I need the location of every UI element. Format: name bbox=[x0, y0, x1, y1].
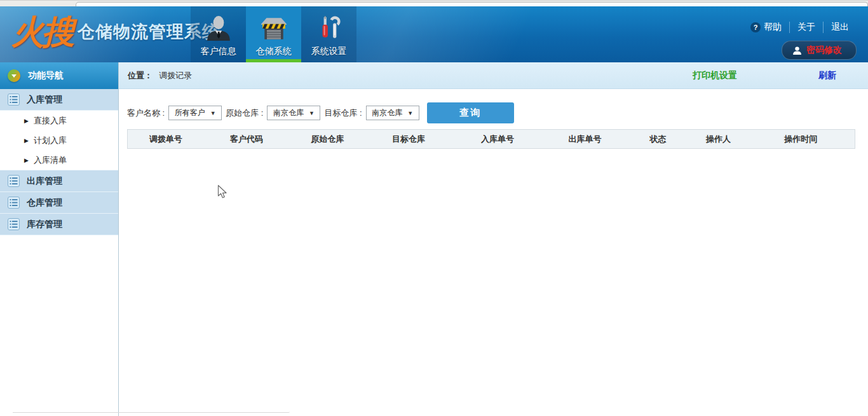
body-row: 功能导航 入库管理 ▶ 直接入库 bbox=[0, 62, 868, 416]
list-icon bbox=[8, 94, 20, 106]
list-icon bbox=[8, 175, 20, 187]
help-icon: ? bbox=[750, 22, 761, 32]
submenu-label: 直接入库 bbox=[34, 115, 67, 127]
source-warehouse-select-value: 南京仓库 bbox=[273, 107, 304, 118]
submenu-label: 计划入库 bbox=[34, 135, 67, 146]
tab-warehouse-system[interactable]: 仓储系统 bbox=[246, 6, 301, 62]
target-warehouse-select[interactable]: 南京仓库 ▼ bbox=[366, 106, 419, 120]
logout-label: 退出 bbox=[831, 22, 849, 33]
sidebar-item-inbound-list[interactable]: ▶ 入库清单 bbox=[0, 150, 118, 170]
sidebar-item-label: 仓库管理 bbox=[27, 197, 62, 209]
sidebar-item-label: 库存管理 bbox=[27, 219, 62, 230]
sidebar-header-label: 功能导航 bbox=[28, 70, 64, 81]
sidebar-item-warehouse-management[interactable]: 仓库管理 bbox=[0, 192, 118, 214]
filter-row: 客户名称 : 所有客户 ▼ 原始仓库 : 南京仓库 ▼ 目标仓库 : 南京仓库 … bbox=[127, 102, 868, 123]
person-icon bbox=[205, 15, 232, 42]
column-header-customer-code: 客户代码 bbox=[204, 130, 290, 149]
breadcrumb-label: 位置： bbox=[128, 70, 153, 81]
customer-filter-label: 客户名称 : bbox=[127, 107, 165, 119]
source-warehouse-filter-label: 原始仓库 : bbox=[226, 107, 263, 119]
app-logo: 火搜 仓储物流管理系统 bbox=[11, 15, 220, 48]
customer-select[interactable]: 所有客户 ▼ bbox=[168, 106, 222, 120]
about-label: 关于 bbox=[797, 22, 815, 33]
password-change-label: 密码修改 bbox=[806, 45, 842, 56]
collapse-circle-icon bbox=[8, 69, 20, 82]
target-warehouse-filter-label: 目标仓库 : bbox=[324, 107, 362, 119]
caret-down-icon: ▼ bbox=[210, 110, 216, 116]
search-button[interactable]: 查询 bbox=[427, 102, 514, 123]
sidebar-item-outbound-management[interactable]: 出库管理 bbox=[0, 170, 118, 192]
app-window: 火搜 仓储物流管理系统 客户信息 bbox=[0, 0, 868, 416]
transfer-records-table: 调拨单号 客户代码 原始仓库 目标仓库 入库单号 出库单号 状态 操作人 操作时… bbox=[127, 129, 855, 149]
sidebar-item-direct-inbound[interactable]: ▶ 直接入库 bbox=[0, 111, 118, 130]
tab-label: 系统设置 bbox=[311, 46, 347, 57]
tab-label: 仓储系统 bbox=[256, 46, 292, 57]
tab-customer-info[interactable]: 客户信息 bbox=[191, 6, 246, 62]
column-header-outbound-no: 出库单号 bbox=[544, 130, 627, 149]
customer-select-value: 所有客户 bbox=[175, 107, 205, 118]
sidebar: 功能导航 入库管理 ▶ 直接入库 bbox=[0, 62, 119, 416]
header-right-area: ? 帮助 关于 退出 密码修改 bbox=[743, 22, 857, 60]
column-header-status: 状态 bbox=[627, 130, 690, 149]
caret-down-icon: ▼ bbox=[309, 110, 315, 116]
about-link[interactable]: 关于 bbox=[789, 22, 823, 33]
printer-settings-link[interactable]: 打印机设置 bbox=[693, 70, 737, 81]
warehouse-icon bbox=[261, 15, 287, 42]
column-header-inbound-no: 入库单号 bbox=[452, 130, 544, 149]
main-nav-tabs: 客户信息 bbox=[191, 6, 356, 62]
target-warehouse-select-value: 南京仓库 bbox=[372, 107, 402, 118]
help-link[interactable]: ? 帮助 bbox=[743, 22, 789, 33]
submenu-arrow-icon: ▶ bbox=[24, 137, 29, 144]
tools-icon bbox=[316, 15, 342, 42]
sidebar-header[interactable]: 功能导航 bbox=[0, 62, 118, 89]
column-header-operation-time: 操作时间 bbox=[747, 130, 855, 149]
breadcrumb-current-page: 调拨记录 bbox=[159, 70, 192, 81]
sidebar-item-label: 出库管理 bbox=[27, 176, 62, 187]
main-content: 位置： 调拨记录 打印机设置 刷新 客户名称 : 所有客户 ▼ 原始仓库 : 南… bbox=[119, 62, 868, 416]
column-header-target-warehouse: 目标仓库 bbox=[366, 130, 452, 149]
submenu-arrow-icon: ▶ bbox=[24, 157, 29, 163]
table-header-row: 调拨单号 客户代码 原始仓库 目标仓库 入库单号 出库单号 状态 操作人 操作时… bbox=[128, 130, 855, 149]
sidebar-item-planned-inbound[interactable]: ▶ 计划入库 bbox=[0, 130, 118, 150]
caret-down-icon: ▼ bbox=[407, 110, 413, 116]
tab-label: 客户信息 bbox=[201, 46, 236, 57]
column-header-operator: 操作人 bbox=[690, 130, 747, 149]
app-header: 火搜 仓储物流管理系统 客户信息 bbox=[0, 6, 868, 62]
status-popup-edge bbox=[13, 412, 290, 413]
breadcrumb-bar: 位置： 调拨记录 打印机设置 刷新 bbox=[119, 62, 868, 89]
logo-fire-mark: 火搜 bbox=[11, 15, 72, 48]
browser-top-strip bbox=[0, 0, 868, 6]
refresh-link[interactable]: 刷新 bbox=[818, 70, 836, 81]
password-change-button[interactable]: 密码修改 bbox=[782, 41, 857, 60]
sidebar-item-inbound-management[interactable]: 入库管理 bbox=[0, 89, 118, 111]
list-icon bbox=[8, 218, 20, 230]
submenu-arrow-icon: ▶ bbox=[24, 118, 29, 124]
inbound-submenu: ▶ 直接入库 ▶ 计划入库 ▶ 入库清单 bbox=[0, 111, 118, 170]
logout-link[interactable]: 退出 bbox=[823, 22, 857, 33]
source-warehouse-select[interactable]: 南京仓库 ▼ bbox=[267, 106, 320, 120]
sidebar-item-label: 入库管理 bbox=[27, 94, 62, 106]
column-header-transfer-no: 调拨单号 bbox=[128, 130, 204, 149]
tab-system-settings[interactable]: 系统设置 bbox=[301, 6, 356, 62]
header-links: ? 帮助 关于 退出 bbox=[743, 22, 857, 33]
user-icon bbox=[792, 46, 802, 55]
sidebar-item-inventory-management[interactable]: 库存管理 bbox=[0, 214, 118, 235]
submenu-label: 入库清单 bbox=[34, 155, 67, 166]
column-header-source-warehouse: 原始仓库 bbox=[290, 130, 366, 149]
help-label: 帮助 bbox=[764, 22, 782, 33]
list-icon bbox=[8, 197, 20, 209]
